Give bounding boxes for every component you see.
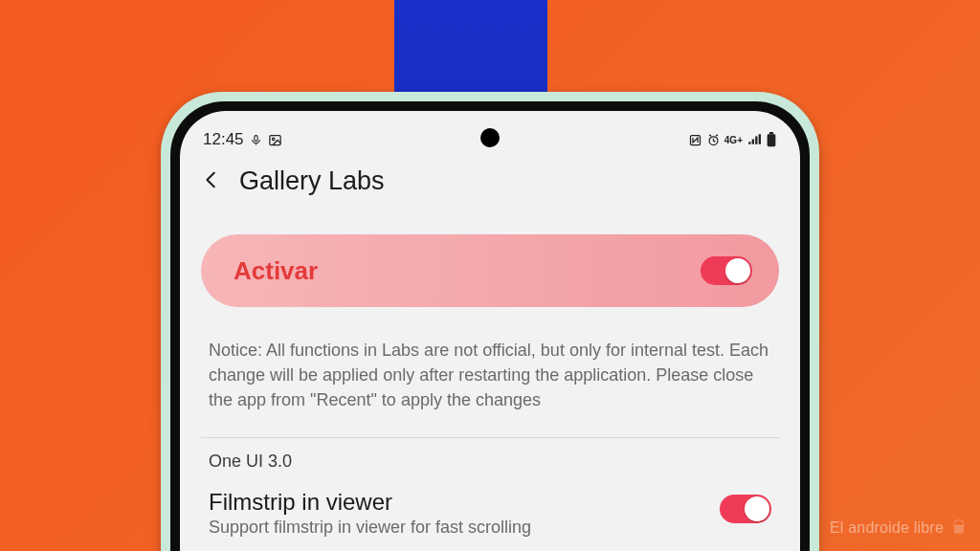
phone-screen: 12:45 bbox=[180, 111, 800, 551]
camera-punch-hole bbox=[480, 128, 500, 147]
voice-input-icon bbox=[250, 134, 262, 146]
status-right-cluster: 4G+ bbox=[688, 132, 777, 147]
battery-icon bbox=[766, 132, 777, 147]
svg-rect-1 bbox=[269, 135, 279, 144]
signal-icon bbox=[746, 133, 762, 146]
filmstrip-toggle[interactable] bbox=[720, 495, 771, 523]
photo-background: 12:45 bbox=[0, 0, 980, 551]
section-label: One UI 3.0 bbox=[201, 452, 779, 483]
alarm-icon bbox=[706, 133, 721, 147]
svg-point-2 bbox=[272, 138, 275, 141]
labs-notice-text: Notice: All functions in Labs are not of… bbox=[201, 330, 779, 430]
svg-point-9 bbox=[960, 522, 961, 523]
toggle-knob bbox=[725, 258, 750, 283]
activate-toggle-row[interactable]: Activar bbox=[201, 234, 779, 307]
nfc-icon bbox=[688, 133, 702, 147]
svg-rect-0 bbox=[254, 135, 256, 141]
svg-rect-7 bbox=[954, 526, 964, 534]
status-clock: 12:45 bbox=[203, 130, 244, 149]
setting-subtitle: Support filmstrip in viewer for fast scr… bbox=[209, 518, 704, 538]
page-title: Gallery Labs bbox=[239, 166, 385, 196]
activate-label: Activar bbox=[234, 256, 318, 286]
svg-rect-6 bbox=[769, 132, 773, 134]
watermark-text: El androide libre bbox=[830, 519, 944, 537]
phone-case: 12:45 bbox=[161, 92, 819, 551]
setting-filmstrip-row[interactable]: Filmstrip in viewer Support filmstrip in… bbox=[201, 483, 779, 538]
divider bbox=[201, 437, 779, 438]
watermark: El androide libre bbox=[830, 518, 969, 538]
svg-point-8 bbox=[956, 522, 957, 523]
activate-toggle[interactable] bbox=[701, 256, 752, 285]
image-icon bbox=[268, 133, 282, 147]
back-icon[interactable] bbox=[201, 169, 222, 194]
status-left-cluster: 12:45 bbox=[203, 130, 282, 149]
app-bar: Gallery Labs bbox=[180, 157, 800, 213]
setting-title: Filmstrip in viewer bbox=[209, 489, 704, 516]
svg-rect-5 bbox=[768, 134, 776, 146]
android-icon bbox=[949, 518, 969, 538]
phone-bezel: 12:45 bbox=[170, 101, 810, 551]
toggle-knob bbox=[745, 496, 769, 521]
network-type-label: 4G+ bbox=[724, 135, 743, 145]
